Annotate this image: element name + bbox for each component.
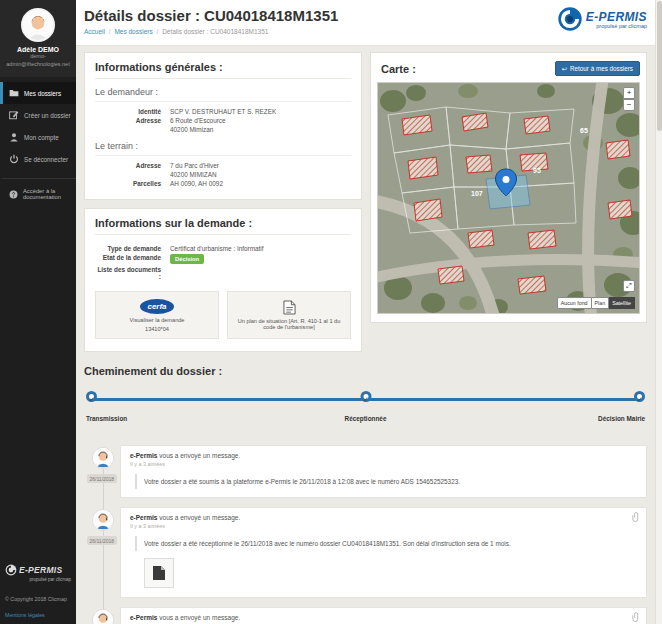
identity-value: SCP V. DESTRUHAUT ET S. REZEK [170, 108, 351, 115]
sidebar-item-label: Mon compte [24, 134, 59, 141]
breadcrumb-separator: / [109, 28, 111, 35]
land-section-title: Le terrain : [95, 141, 351, 156]
page-scrollbar [655, 0, 662, 624]
user-avatar [21, 8, 55, 42]
sidebar-item-se-deconnecter[interactable]: Se déconnecter [0, 148, 76, 170]
sidebar-menu: Mes dossiers Créer un dossier Mon compte… [0, 82, 76, 206]
epermis-logo-icon [5, 564, 17, 576]
main-area: Détails dossier : CU04018418M1351 Accuei… [76, 0, 655, 624]
message-timestamp: Il y a 3 années [130, 461, 637, 467]
map-zoom-in-button[interactable]: + [623, 87, 635, 99]
timeline-label-receptionnee: Réceptionnée [345, 415, 387, 422]
timeline-node-transmission: ✓ [86, 391, 97, 402]
parcel-label: 107 [471, 190, 483, 197]
paperclip-icon [632, 612, 640, 622]
cerfa-card-subtitle: 13410*04 [145, 326, 169, 332]
back-button-label: Retour à mes dossiers [570, 65, 633, 72]
address-value-line2: 40200 Mimizan [170, 126, 351, 133]
message-body: Votre dossier a été réceptionné le 26/11… [135, 536, 637, 551]
message-sender: e-Permis [130, 452, 157, 459]
user-panel: Adèle DEMO demo- admin@iftechnologies.ne… [0, 0, 76, 77]
layer-plan-button[interactable]: Plan [592, 297, 610, 309]
request-info-panel: Informations sur la demande : Type de de… [84, 208, 362, 352]
address-value-line1: 6 Route d'Escource [170, 117, 351, 124]
documents-label: Liste des documents : [95, 266, 161, 280]
messages-list: 26/11/2018 e-Permis vous a envoyé un mes… [84, 445, 647, 624]
breadcrumb-current: Détails dossier : CU04018418M1351 [162, 28, 268, 35]
attachments [144, 558, 637, 588]
map-canvas[interactable]: 95 107 65 + − ⤢ [377, 82, 640, 314]
folder-icon [9, 88, 19, 98]
legal-link[interactable]: Mentions légales [5, 612, 71, 618]
check-icon: ✓ [363, 396, 369, 403]
sidebar-item-label: Se déconnecter [24, 156, 68, 163]
status-badge: Décision [170, 254, 204, 264]
message-timestamp: Il y a 3 années [130, 523, 637, 529]
applicant-details: Identité SCP V. DESTRUHAUT ET S. REZEK A… [95, 108, 351, 133]
sidebar-item-mes-dossiers[interactable]: Mes dossiers [0, 82, 76, 104]
logo-text: E-PERMIS [586, 10, 647, 24]
help-icon [9, 190, 18, 199]
attachment-file[interactable] [144, 558, 174, 588]
request-state-label: Etat de la demande [95, 254, 161, 264]
timeline-title: Cheminement du dossier : [84, 365, 647, 377]
sidebar-item-creer-dossier[interactable]: Créer un dossier [0, 104, 76, 126]
general-info-title: Informations générales : [95, 61, 351, 79]
map-layer-control: Aucun fond Plan Satellite [557, 297, 635, 309]
message-date-badge: 26/11/2018 [87, 474, 117, 483]
sidebar-item-mon-compte[interactable]: Mon compte [0, 126, 76, 148]
layer-aucun-fond-button[interactable]: Aucun fond [557, 297, 592, 309]
land-address-line2: 40200 MIMIZAN [170, 171, 351, 178]
map-zoom-out-button[interactable]: − [623, 99, 635, 111]
message-header: e-Permis vous a envoyé un message. [130, 452, 637, 459]
breadcrumb-mes-dossiers[interactable]: Mes dossiers [114, 28, 152, 35]
sidebar-footer: E-PERMIS propulsé par clicmap © Copyrigh… [0, 564, 76, 618]
timeline-label-transmission: Transmission [86, 415, 127, 422]
scrollbar-thumb[interactable] [657, 1, 662, 131]
footer-logo: E-PERMIS propulsé par clicmap [5, 564, 71, 582]
document-icon [283, 300, 296, 315]
copyright-text: © Copyright 2018 Clicmap [5, 596, 71, 602]
support-agent-icon [93, 610, 113, 624]
message-action: vous a envoyé un message. [157, 614, 240, 621]
map-title: Carte : [381, 63, 416, 75]
cerfa-document-card[interactable]: cerfa Visualiser la demande 13410*04 [95, 291, 219, 339]
avatar-icon [23, 10, 53, 40]
message-item: 26/11/2018 e-Permis vous a envoyé un mes… [84, 607, 647, 624]
user-email-line2: admin@iftechnologies.net [3, 61, 73, 69]
sidebar-item-documentation[interactable]: Accéder à la documentation [0, 178, 76, 206]
message-sender: e-Permis [130, 514, 157, 521]
message-card: e-Permis vous a envoyé un message. Il y … [120, 607, 647, 624]
aerial-map-image: 95 107 65 [378, 83, 640, 314]
message-action: vous a envoyé un message. [157, 514, 240, 521]
parcel-label: 65 [580, 127, 588, 134]
land-address-line1: 7 du Parc d'Hiver [170, 162, 351, 169]
epermis-avatar [92, 509, 114, 531]
undo-arrow-icon: ↩ [562, 65, 567, 72]
layer-satellite-button[interactable]: Satellite [609, 297, 635, 309]
map-panel: Carte : ↩ Retour à mes dossiers [370, 52, 647, 323]
timeline-node-receptionnee: ✓ [360, 391, 371, 402]
map-fullscreen-button[interactable]: ⤢ [623, 280, 635, 292]
sidebar-item-label: Mes dossiers [24, 90, 61, 97]
general-info-panel: Informations générales : Le demandeur : … [84, 52, 362, 200]
document-cards: cerfa Visualiser la demande 13410*04 Un … [95, 291, 351, 339]
situation-plan-card[interactable]: Un plan de situation [Art. R. 410-1 al 1… [227, 291, 351, 339]
support-agent-icon [93, 510, 113, 530]
timeline-node-decision: ✓ [634, 391, 645, 402]
cerfa-card-title: Visualiser la demande [130, 317, 185, 323]
message-card: e-Permis vous a envoyé un message. Il y … [120, 507, 647, 598]
back-to-dossiers-button[interactable]: ↩ Retour à mes dossiers [555, 61, 640, 76]
footer-logo-text: E-PERMIS [19, 565, 63, 575]
pencil-square-icon [9, 110, 19, 120]
sidebar-item-label: Accéder à la documentation [23, 188, 72, 200]
support-agent-icon [93, 448, 113, 468]
user-icon [9, 132, 19, 142]
land-details: Adresse 7 du Parc d'Hiver 40200 MIMIZAN … [95, 162, 351, 199]
request-type-label: Type de demande [95, 245, 161, 252]
parcel-label: 95 [533, 167, 541, 174]
epermis-avatar [92, 447, 114, 469]
breadcrumb-accueil[interactable]: Accueil [84, 28, 105, 35]
epermis-avatar [92, 609, 114, 624]
timeline-label-decision: Décision Mairie [598, 415, 645, 422]
